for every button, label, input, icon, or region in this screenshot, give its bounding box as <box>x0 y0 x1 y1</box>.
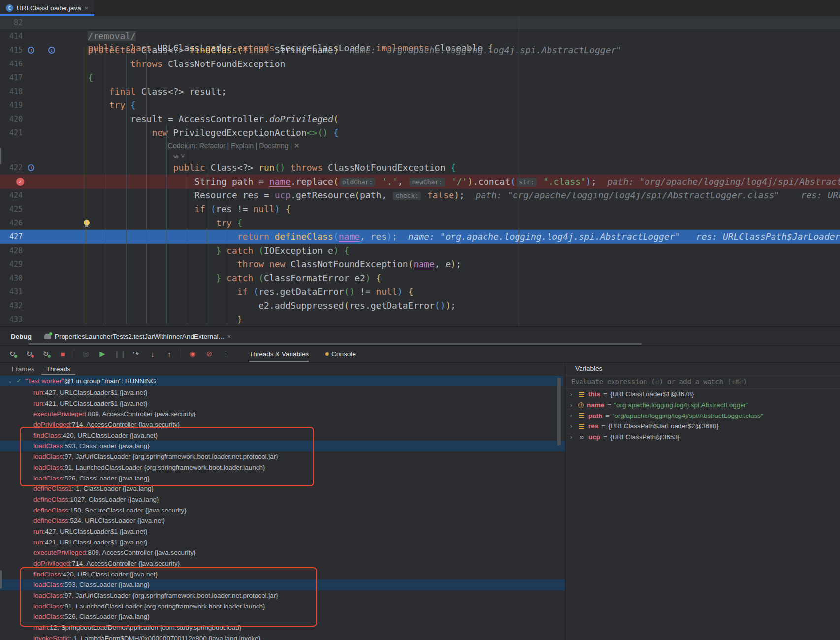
tab-threads[interactable]: Threads <box>46 363 71 375</box>
editor-pane[interactable]: C URLClassLoader.java × 82 public class … <box>0 0 840 327</box>
intention-bulb-icon[interactable] <box>84 220 90 225</box>
stack-frame[interactable]: run:427, URLClassLoader$1 {java.net} <box>0 526 565 537</box>
tab-frames[interactable]: Frames <box>12 363 34 375</box>
console-activity-icon <box>325 352 329 356</box>
variables-pane: Variables Evaluate expression (⏎) or add… <box>565 363 840 640</box>
stack-frame[interactable]: loadClass:91, LaunchedClassLoader {org.s… <box>0 462 565 473</box>
chevron-right-icon[interactable]: › <box>570 434 575 441</box>
thread-row[interactable]: ⌄ ✓ "Test worker"@1 in group "main": RUN… <box>0 376 563 386</box>
stack-frame[interactable]: findClass:420, URLClassLoader {java.net} <box>0 569 565 580</box>
debug-tabbar-scroll-thumb[interactable] <box>29 343 642 345</box>
stack-frame[interactable]: loadClass:593, ClassLoader {java.lang} <box>0 579 565 590</box>
stack-frame[interactable]: run:427, URLClassLoader$1 {java.net} <box>0 387 565 398</box>
rerun-debug-icon[interactable]: ↻ <box>7 350 18 358</box>
stack-frames-list[interactable]: run:427, URLClassLoader$1 {java.net}run:… <box>0 387 565 640</box>
stack-frame[interactable]: run:421, URLClassLoader$1 {java.net} <box>0 537 565 548</box>
frames-scrollbar[interactable] <box>557 378 561 446</box>
resume-icon[interactable]: ▶ <box>97 350 108 358</box>
line-number: 418 <box>0 85 23 98</box>
chevron-right-icon[interactable]: › <box>570 423 575 430</box>
active-tab-underline <box>0 14 94 16</box>
tab-threads-variables[interactable]: Threads & Variables <box>249 346 309 362</box>
frames-left-scroll-mark[interactable] <box>0 570 2 589</box>
stack-frame[interactable]: loadClass:526, ClassLoader {java.lang} <box>0 611 565 622</box>
code-line[interactable]: 414 /removal/ <box>0 30 840 43</box>
line-number: 426 <box>0 216 23 230</box>
variable-row[interactable]: ›fname = "org.apache.logging.log4j.spi.A… <box>565 400 840 411</box>
frame-location: :427, URLClassLoader$1 {java.net} <box>43 389 148 396</box>
chevron-down-icon[interactable]: ⌄ <box>8 376 12 386</box>
stack-frame[interactable]: doPrivileged:714, AccessController {java… <box>0 558 565 569</box>
method-is-overridden-icon[interactable]: ↓ <box>48 47 55 54</box>
chevron-right-icon[interactable]: › <box>570 391 575 398</box>
stack-frame[interactable]: executePrivileged:809, AccessController … <box>0 547 565 558</box>
chevron-right-icon[interactable]: › <box>570 402 575 409</box>
frame-location: :714, AccessController {java.security} <box>70 560 180 567</box>
rerun-failed-tests-icon[interactable]: ↻ <box>24 350 34 358</box>
variable-name: res <box>588 422 598 430</box>
stack-frame[interactable]: defineClass1:-1, ClassLoader {java.lang} <box>0 483 565 494</box>
stack-frame[interactable]: findClass:420, URLClassLoader {java.net} <box>0 430 565 441</box>
chevron-right-icon[interactable]: › <box>570 412 575 419</box>
step-over-icon[interactable]: ↷ <box>130 350 141 358</box>
equals-sign: = <box>606 412 610 419</box>
variable-row[interactable]: ›path = "org/apache/logging/log4j/spi/Ab… <box>565 410 840 421</box>
frame-method: loadClass <box>33 603 63 610</box>
parameter-hint-chip: check: <box>393 192 421 200</box>
stack-frame[interactable]: loadClass:593, ClassLoader {java.lang} <box>0 441 565 451</box>
sticky-line-number: 82 <box>0 16 23 29</box>
tab-console[interactable]: Console <box>325 346 356 362</box>
sticky-class-declaration[interactable]: 82 public class URLClassLoader extends S… <box>0 16 840 30</box>
stack-frame[interactable]: executePrivileged:809, AccessController … <box>0 409 565 419</box>
frame-location: :809, AccessController {java.security} <box>86 549 196 556</box>
stack-frame[interactable]: invokeStatic:-1, LambdaForm$DMH/0x000000… <box>0 633 565 640</box>
frame-method: loadClass <box>33 613 63 620</box>
stack-frame[interactable]: run:421, URLClassLoader$1 {java.net} <box>0 398 565 409</box>
variable-row[interactable]: ›∞ucp = {URLClassPath@3653} <box>565 432 840 443</box>
close-tab-icon[interactable]: × <box>85 4 89 12</box>
overrides-method-icon[interactable]: ↑ <box>28 164 34 171</box>
line-number: 422 <box>0 161 23 175</box>
line-number: 428 <box>0 244 23 257</box>
stack-frame[interactable]: defineClass:524, URLClassLoader {java.ne… <box>0 515 565 526</box>
stack-frame[interactable]: defineClass:1027, ClassLoader {java.lang… <box>0 494 565 505</box>
editor-tab-urlclassloader[interactable]: C URLClassLoader.java × <box>0 0 94 16</box>
line-number: 433 <box>0 313 23 326</box>
stack-frame[interactable]: loadClass:91, LaunchedClassLoader {org.s… <box>0 601 565 612</box>
attach-target-icon[interactable]: ◎ <box>80 350 91 358</box>
debug-session-tab[interactable]: PropertiesLauncherTests2.testJarWithInne… <box>44 333 231 340</box>
stack-frame[interactable]: loadClass:97, JarUrlClassLoader {org.spr… <box>0 451 565 462</box>
stack-frame[interactable]: loadClass:97, JarUrlClassLoader {org.spr… <box>0 590 565 601</box>
close-session-icon[interactable]: × <box>227 333 231 340</box>
variables-list[interactable]: ›this = {URLClassLoader$1@3678}›fname = … <box>565 389 840 442</box>
variable-value: {URLClassLoader$1@3678} <box>610 390 694 398</box>
stack-frame[interactable]: doPrivileged:714, AccessController {java… <box>0 419 565 430</box>
evaluate-expression-input[interactable]: Evaluate expression (⏎) or add a watch (… <box>565 375 840 389</box>
frame-location: :1027, ClassLoader {java.lang} <box>68 496 159 503</box>
step-into-icon[interactable]: ↓ <box>147 350 158 358</box>
pause-icon[interactable]: ❙❙ <box>114 350 125 358</box>
frame-method: run <box>33 539 43 546</box>
stop-icon[interactable]: ■ <box>57 350 68 358</box>
overrides-method-icon[interactable]: ↑ <box>28 47 34 54</box>
rerun-with-coverage-icon[interactable]: ↻ <box>40 350 51 358</box>
stack-frame[interactable]: main:12, SpringbootLoadDemoApplication {… <box>0 622 565 633</box>
debug-tool-window: Debug PropertiesLauncherTests2.testJarWi… <box>0 327 840 640</box>
frame-location: :524, URLClassLoader {java.net} <box>68 517 165 524</box>
editor-left-scroll-mark[interactable] <box>0 148 1 164</box>
thread-name: "Test worker" <box>25 377 64 384</box>
step-out-icon[interactable]: ↑ <box>164 350 175 358</box>
variable-row[interactable]: ›res = {URLClassPath$JarLoader$2@3680} <box>565 421 840 432</box>
variable-value: "org.apache.logging.log4j.spi.AbstractLo… <box>614 401 748 409</box>
breakpoint-icon[interactable]: ✓ <box>16 178 24 186</box>
view-breakpoints-icon[interactable]: ◉ <box>187 350 198 358</box>
indent-guide <box>86 47 86 324</box>
indent-guide <box>146 47 147 324</box>
variable-row[interactable]: ›this = {URLClassLoader$1@3678} <box>565 389 840 400</box>
line-number: 424 <box>0 189 23 202</box>
mute-breakpoints-icon[interactable]: ⊘ <box>204 350 215 358</box>
variable-name: this <box>588 390 600 398</box>
more-options-icon[interactable]: ⋮ <box>221 350 231 358</box>
stack-frame[interactable]: loadClass:526, ClassLoader {java.lang} <box>0 473 565 484</box>
stack-frame[interactable]: defineClass:150, SecureClassLoader {java… <box>0 505 565 516</box>
